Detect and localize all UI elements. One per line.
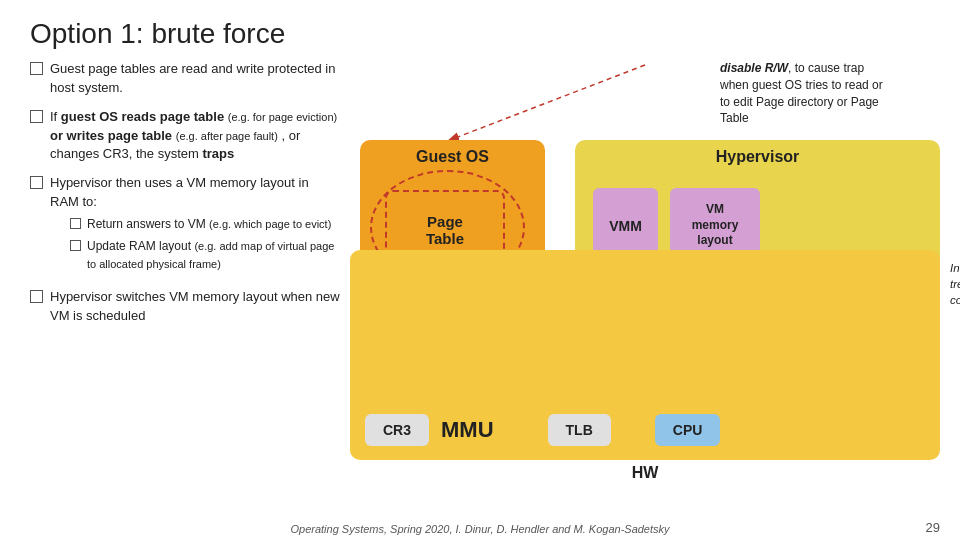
page-number: 29	[926, 520, 940, 535]
hw-bottom: CR3 MMU TLB CPU	[350, 400, 940, 460]
cr3-box: CR3	[365, 414, 429, 446]
bullet-3-text: Hypervisor then uses a VM memory layout …	[50, 174, 340, 278]
interrupt-note: Interrupt, and then VMM treats Page Tabl…	[950, 260, 960, 308]
diagram-area: Guest OS PageTable Hypervisor VMM VMmemo…	[350, 140, 940, 480]
bullet-2-bold1: guest OS reads page table	[61, 109, 224, 124]
content-area: Guest page tables are read and write pro…	[0, 60, 960, 520]
sub-bullet-1: Return answers to VM (e.g. which page to…	[70, 216, 340, 233]
bullet-4-text: Hypervisor switches VM memory layout whe…	[50, 288, 340, 326]
svg-line-0	[450, 65, 645, 140]
guest-os-label: Guest OS	[360, 140, 545, 166]
tlb-box: TLB	[548, 414, 611, 446]
checkbox-3	[30, 176, 43, 189]
bullet-2-small1: (e.g. for page eviction)	[228, 111, 337, 123]
sub-bullet-1-text: Return answers to VM (e.g. which page to…	[87, 216, 331, 233]
sub-bullets: Return answers to VM (e.g. which page to…	[70, 216, 340, 273]
mmu-box: MMU	[441, 417, 494, 443]
checkbox-1	[30, 62, 43, 75]
footer: Operating Systems, Spring 2020, I. Dinur…	[0, 523, 960, 535]
sub-bullet-2-text: Update RAM layout (e.g. add map of virtu…	[87, 238, 340, 273]
bullet-4: Hypervisor switches VM memory layout whe…	[30, 288, 340, 326]
vm-memory-label: VMmemorylayout	[692, 202, 739, 249]
right-panel: disable R/W, to cause trap when guest OS…	[350, 60, 940, 520]
bullet-1-text: Guest page tables are read and write pro…	[50, 60, 340, 98]
disable-rw-bold: disable R/W	[720, 61, 788, 75]
hw-label: HW	[350, 464, 940, 482]
checkbox-2	[30, 110, 43, 123]
bullet-2-small2: (e.g. after page fault)	[176, 130, 278, 142]
hypervisor-label: Hypervisor	[575, 140, 940, 166]
cpu-box: CPU	[655, 414, 721, 446]
page-table-label: PageTable	[426, 213, 464, 247]
sub-checkbox-1	[70, 218, 81, 229]
hw-box: CR3 MMU TLB CPU HW	[350, 250, 940, 460]
checkbox-4	[30, 290, 43, 303]
bullet-1: Guest page tables are read and write pro…	[30, 60, 340, 98]
sub-checkbox-2	[70, 240, 81, 251]
left-panel: Guest page tables are read and write pro…	[30, 60, 340, 520]
bullet-2-bold2: or writes page table	[50, 128, 172, 143]
disable-rw-note: disable R/W, to cause trap when guest OS…	[720, 60, 890, 127]
interrupt-note-text: Interrupt, and then VMM treats Page Tabl…	[950, 262, 960, 306]
page-title: Option 1: brute force	[0, 0, 960, 60]
bullet-2: If guest OS reads page table (e.g. for p…	[30, 108, 340, 165]
bullet-2-text: If guest OS reads page table (e.g. for p…	[50, 108, 340, 165]
bullet-2-bold3: traps	[202, 146, 234, 161]
sub-bullet-2: Update RAM layout (e.g. add map of virtu…	[70, 238, 340, 273]
bullet-3: Hypervisor then uses a VM memory layout …	[30, 174, 340, 278]
